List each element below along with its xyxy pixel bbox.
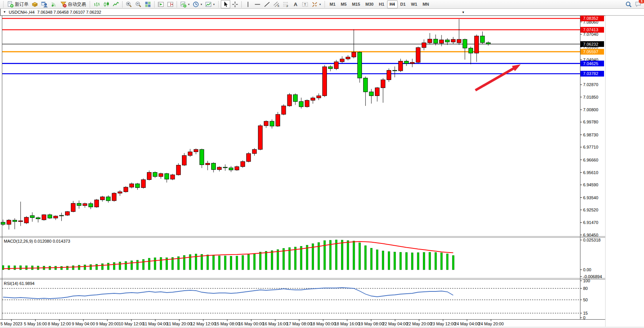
svg-text:7.02870: 7.02870 [583,82,598,87]
svg-text:6.97710: 6.97710 [583,145,598,149]
timeframe-button-w1[interactable]: W1 [408,0,420,8]
signals-icon[interactable] [49,0,59,8]
svg-text:6.99780: 6.99780 [583,120,598,124]
template-dropdown[interactable]: ▾ [204,0,216,8]
timeframe-button-mn[interactable]: MN [420,0,432,8]
svg-text:16 May 16:00: 16 May 16:00 [263,322,288,326]
svg-text:7.01850: 7.01850 [583,95,598,99]
auto-scroll-button[interactable] [156,0,166,8]
candlestick-chart-button[interactable] [102,0,111,8]
svg-text:100: 100 [583,278,590,283]
new-chart-dropdown[interactable]: ▾ [179,0,191,8]
signals-glyph [51,1,57,8]
arrows-dropdown[interactable]: ▾ [310,0,322,8]
svg-text:17 May 08:00: 17 May 08:00 [287,322,312,326]
cursor-glyph [222,1,229,8]
vertical-line-button[interactable] [243,0,253,8]
svg-text:80: 80 [583,286,588,291]
tester-glyph [41,1,48,8]
textlabel-glyph: T [302,1,308,8]
fibonacci-button[interactable]: F [281,0,291,8]
cursor-button[interactable] [221,0,230,8]
line-chart-button[interactable] [111,0,121,8]
svg-text:15: 15 [583,311,588,315]
bar-chart-button[interactable] [92,0,102,8]
svg-text:10 May 12:00: 10 May 12:00 [119,322,144,326]
toolbox-icon[interactable] [30,0,40,8]
chat-button-wrap[interactable]: 1 [633,0,643,8]
search-button[interactable] [624,0,633,8]
zoom-out-glyph [135,1,142,8]
equidistant-channel-button[interactable]: E [272,0,281,8]
strategy-tester-icon[interactable] [40,0,49,8]
svg-text:7.00800: 7.00800 [583,107,598,112]
chart-ohlc-values: 7.06348 7.06458 7.06107 7.06232 [37,10,101,14]
toolbar-separator [241,1,242,8]
timeframe-button-m30[interactable]: M30 [363,0,376,8]
period-dropdown[interactable]: ▾ [191,0,204,8]
chart-canvas[interactable]: MACD(12,26,9) 0.012080 0.014373RSI(14) 6… [0,16,644,328]
svg-text:7.07413: 7.07413 [583,27,598,32]
svg-text:5 May 2023: 5 May 2023 [0,322,22,326]
svg-text:8 May 12:00: 8 May 12:00 [48,322,71,326]
svg-text:6.94590: 6.94590 [583,182,598,187]
text-button[interactable]: A [291,0,300,8]
chart-shift-button[interactable] [166,0,175,8]
chartshift-glyph [167,1,174,8]
svg-text:18 May 00:00: 18 May 00:00 [311,322,336,326]
trendline-glyph [264,1,270,8]
new-order-glyph [7,1,14,8]
timeframe-button-m1[interactable]: M1 [327,0,338,8]
toolbar-drag-handle[interactable] [218,1,219,7]
toolbar-drag-handle[interactable] [324,1,325,7]
svg-text:22 May 20:00: 22 May 20:00 [406,322,432,326]
svg-text:6.95610: 6.95610 [583,170,598,175]
svg-text:9 May 04:00: 9 May 04:00 [72,322,95,326]
toolbar-separator [122,1,123,8]
chart-background [0,16,644,328]
svg-text:7.06232: 7.06232 [583,42,598,46]
mt4-terminal: { "toolbar": { "new_order_label": "新订单",… [0,0,644,328]
zoom-in-button[interactable] [124,0,134,8]
toolbar-separator [177,1,177,8]
text-glyph: A [292,1,299,8]
channel-glyph: E [273,1,280,8]
toolbar-drag-handle[interactable] [89,1,91,7]
hline-glyph [254,1,261,8]
chart-collapse-icon[interactable]: ▼ [3,10,6,14]
svg-text:23 May 12:00: 23 May 12:00 [430,322,456,326]
arrows-glyph [311,1,318,8]
timeframe-button-d1[interactable]: D1 [398,0,408,8]
timeframe-button-m15[interactable]: M15 [349,0,363,8]
timeframe-button-h1[interactable]: H1 [376,0,387,8]
horizontal-line-button[interactable] [253,0,262,8]
svg-text:22 May 04:00: 22 May 04:00 [383,322,408,326]
svg-text:RSI(14) 61.9894: RSI(14) 61.9894 [4,281,35,286]
chart-shift-marker-icon[interactable]: ▼ [462,11,465,14]
tile-windows-button[interactable] [143,0,153,8]
timeframe-button-h4[interactable]: H4 [387,0,398,8]
svg-text:7.08352: 7.08352 [583,16,598,21]
fibo-glyph: F [283,1,289,8]
svg-text:MACD(12,26,9) 0.012080 0.01437: MACD(12,26,9) 0.012080 0.014373 [4,239,70,243]
svg-text:18 May 16:00: 18 May 16:00 [335,322,360,326]
bar-chart-glyph [94,1,100,8]
text-label-button[interactable]: T [300,0,310,8]
svg-text:0.00: 0.00 [583,267,591,272]
toolbar-drag-handle[interactable] [3,1,4,7]
zoom-out-button[interactable] [134,0,143,8]
clock-glyph [193,1,199,8]
svg-text:11 May 20:00: 11 May 20:00 [167,322,192,326]
chevron-down-icon: ▾ [201,3,202,6]
autoscroll-glyph [158,1,164,8]
trendline-button[interactable] [262,0,272,8]
timeframe-button-m5[interactable]: M5 [338,0,349,8]
svg-text:E: E [277,4,279,8]
toolbox-glyph [32,1,38,8]
svg-text:15 May 08:00: 15 May 08:00 [215,322,240,326]
autotrading-button[interactable]: 自动交易 [59,0,88,8]
svg-text:A: A [294,2,298,7]
crosshair-button[interactable] [230,0,240,8]
tiles-glyph [145,1,151,8]
new-order-button[interactable]: 新订单 [6,0,30,8]
